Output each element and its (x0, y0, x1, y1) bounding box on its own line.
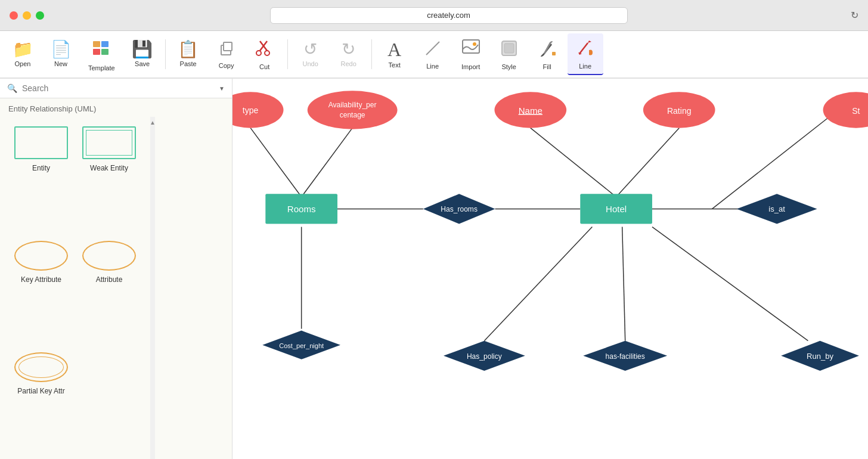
svg-rect-5 (224, 42, 232, 51)
save-label: Save (135, 60, 150, 67)
shapes-grid: Entity Weak Entity Key Attribute Attribu… (0, 117, 150, 459)
open-button[interactable]: 📁 Open (5, 33, 41, 75)
weak-entity-label: Weak Entity (90, 164, 128, 172)
svg-line-28 (652, 227, 808, 341)
sidebar-category: Entity Relationship (UML) (0, 98, 232, 117)
svg-rect-15 (504, 44, 514, 53)
cut-button[interactable]: Cut (247, 33, 283, 75)
key-attr-shape (14, 241, 68, 271)
svg-text:Cost_per_night: Cost_per_night (279, 342, 324, 349)
line-icon (424, 39, 442, 60)
minimize-button[interactable] (23, 11, 31, 20)
svg-line-19 (531, 128, 616, 197)
cut-label: Cut (259, 63, 269, 70)
line-tool-label: Line (579, 63, 591, 70)
undo-label: Undo (302, 60, 318, 67)
traffic-lights (10, 11, 44, 20)
divider-2 (287, 39, 288, 69)
paste-button[interactable]: 📋 Paste (170, 33, 206, 75)
address-bar[interactable]: creately.com (270, 7, 628, 24)
svg-line-21 (712, 110, 838, 209)
svg-point-8 (256, 51, 261, 55)
url-text: creately.com (427, 11, 470, 20)
svg-text:is_at: is_at (768, 204, 785, 213)
svg-point-38 (823, 92, 868, 128)
svg-text:Has_rooms: Has_rooms (441, 205, 478, 213)
save-button[interactable]: 💾 Save (125, 33, 160, 75)
svg-point-9 (265, 51, 269, 55)
search-icon: 🔍 (7, 83, 17, 93)
text-button[interactable]: A Text (377, 33, 413, 75)
svg-line-18 (302, 128, 352, 197)
undo-icon: ↺ (303, 41, 317, 58)
toolbar: 📁 Open 📄 New Template 💾 Save 📋 Paste (0, 31, 868, 79)
address-wrapper: creately.com ↻ (56, 7, 858, 24)
search-arrow: ▼ (219, 85, 225, 92)
entity-shape (14, 126, 68, 159)
copy-icon (218, 39, 235, 60)
svg-rect-3 (101, 49, 108, 55)
key-attr-label: Key Attribute (21, 275, 61, 284)
copy-label: Copy (219, 62, 234, 69)
search-input[interactable] (22, 83, 212, 93)
style-label: Style (501, 63, 516, 70)
svg-point-31 (308, 91, 398, 129)
partial-key-shape (14, 352, 68, 382)
sidebar: 🔍 ▼ Entity Relationship (UML) Entity Wea… (0, 79, 232, 459)
new-button[interactable]: 📄 New (43, 33, 79, 75)
canvas-area[interactable]: type Availability_per centage Name Ratin… (232, 79, 868, 459)
svg-text:type: type (243, 106, 259, 115)
paste-icon: 📋 (178, 41, 199, 58)
line-button[interactable]: Line (415, 33, 451, 75)
shape-item-partial-key[interactable]: Partial Key Attr (10, 348, 73, 454)
open-label: Open (15, 60, 31, 67)
template-label: Template (88, 64, 115, 72)
svg-line-20 (616, 128, 680, 197)
divider-1 (165, 39, 166, 69)
fill-label: Fill (543, 63, 551, 70)
line-label: Line (426, 63, 439, 70)
divider-3 (371, 39, 372, 69)
svg-line-17 (250, 128, 301, 197)
main-layout: 🔍 ▼ Entity Relationship (UML) Entity Wea… (0, 79, 868, 459)
import-label: Import (461, 63, 480, 70)
svg-text:Availability_per: Availability_per (328, 101, 377, 109)
redo-icon: ↻ (342, 41, 355, 58)
shape-item-attribute[interactable]: Attribute (78, 236, 141, 343)
new-label: New (54, 60, 67, 67)
shape-item-weak-entity[interactable]: Weak Entity (78, 122, 141, 231)
copy-button[interactable]: Copy (209, 33, 244, 75)
redo-button[interactable]: ↻ Redo (331, 33, 367, 75)
new-icon: 📄 (51, 41, 72, 58)
close-button[interactable] (10, 11, 18, 20)
er-diagram: type Availability_per centage Name Ratin… (232, 79, 868, 459)
svg-text:Rating: Rating (667, 106, 692, 116)
import-icon (461, 39, 480, 61)
save-icon: 💾 (132, 41, 153, 58)
svg-text:Rooms: Rooms (287, 204, 316, 214)
maximize-button[interactable] (36, 11, 44, 20)
style-icon (500, 39, 519, 61)
svg-line-27 (622, 227, 625, 341)
svg-point-13 (473, 42, 476, 46)
undo-button[interactable]: ↺ Undo (293, 33, 328, 75)
svg-text:has-facilities: has-facilities (606, 352, 645, 361)
shape-item-entity[interactable]: Entity (10, 122, 73, 231)
text-icon: A (388, 40, 401, 59)
fill-button[interactable]: Fill (529, 33, 565, 75)
shape-item-key-attribute[interactable]: Key Attribute (10, 236, 73, 343)
svg-line-26 (484, 227, 592, 341)
line-tool-button[interactable]: Line (568, 33, 603, 75)
paste-label: Paste (180, 60, 197, 67)
weak-entity-shape (82, 126, 136, 159)
attr-shape (82, 241, 136, 271)
fill-icon (538, 39, 557, 61)
svg-text:St: St (852, 106, 860, 116)
template-button[interactable]: Template (81, 33, 122, 75)
svg-text:Name: Name (519, 106, 542, 116)
reload-button[interactable]: ↻ (851, 10, 858, 21)
import-button[interactable]: Import (453, 33, 489, 75)
svg-rect-0 (93, 41, 100, 47)
style-button[interactable]: Style (491, 33, 527, 75)
scroll-up-button[interactable]: ▲ (150, 119, 156, 126)
